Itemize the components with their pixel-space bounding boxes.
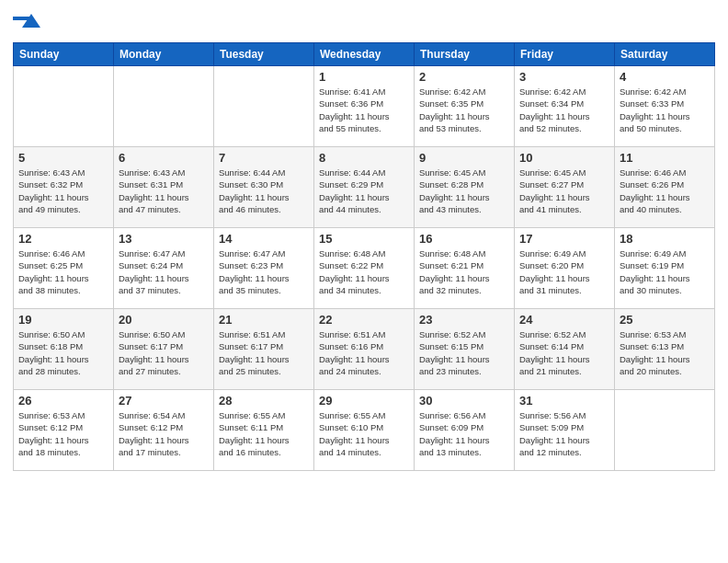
- day-number: 22: [319, 313, 409, 327]
- day-number: 15: [319, 232, 409, 246]
- day-info: Sunrise: 6:50 AM Sunset: 6:17 PM Dayligh…: [119, 328, 209, 377]
- calendar-body: 1Sunrise: 6:41 AM Sunset: 6:36 PM Daylig…: [14, 66, 715, 471]
- calendar-cell: 21Sunrise: 6:51 AM Sunset: 6:17 PM Dayli…: [214, 309, 314, 390]
- day-number: 4: [620, 70, 710, 84]
- day-info: Sunrise: 6:55 AM Sunset: 6:10 PM Dayligh…: [319, 409, 409, 458]
- day-info: Sunrise: 6:43 AM Sunset: 6:32 PM Dayligh…: [18, 167, 108, 215]
- day-info: Sunrise: 6:44 AM Sunset: 6:30 PM Dayligh…: [219, 167, 309, 215]
- calendar-cell: 15Sunrise: 6:48 AM Sunset: 6:22 PM Dayli…: [314, 228, 415, 309]
- day-number: 14: [219, 232, 309, 246]
- day-info: Sunrise: 6:49 AM Sunset: 6:19 PM Dayligh…: [620, 247, 710, 296]
- day-number: 17: [519, 232, 609, 246]
- calendar-week-1: 1Sunrise: 6:41 AM Sunset: 6:36 PM Daylig…: [14, 66, 715, 147]
- day-info: Sunrise: 6:52 AM Sunset: 6:14 PM Dayligh…: [519, 328, 609, 377]
- calendar-cell: [214, 66, 314, 147]
- day-info: Sunrise: 6:55 AM Sunset: 6:11 PM Dayligh…: [219, 409, 309, 458]
- calendar-cell: 8Sunrise: 6:44 AM Sunset: 6:29 PM Daylig…: [314, 147, 415, 228]
- day-number: 28: [219, 394, 309, 408]
- day-info: Sunrise: 6:47 AM Sunset: 6:24 PM Dayligh…: [119, 247, 209, 296]
- day-info: Sunrise: 6:45 AM Sunset: 6:28 PM Dayligh…: [419, 167, 509, 215]
- calendar-cell: 20Sunrise: 6:50 AM Sunset: 6:17 PM Dayli…: [114, 309, 214, 390]
- day-info: Sunrise: 6:51 AM Sunset: 6:17 PM Dayligh…: [219, 328, 309, 377]
- calendar-table: SundayMondayTuesdayWednesdayThursdayFrid…: [13, 42, 715, 471]
- calendar-cell: 4Sunrise: 6:42 AM Sunset: 6:33 PM Daylig…: [615, 66, 715, 147]
- calendar-cell: 27Sunrise: 6:54 AM Sunset: 6:12 PM Dayli…: [114, 390, 214, 471]
- calendar-cell: 28Sunrise: 6:55 AM Sunset: 6:11 PM Dayli…: [214, 390, 314, 471]
- day-number: 24: [519, 313, 609, 327]
- calendar-cell: 2Sunrise: 6:42 AM Sunset: 6:35 PM Daylig…: [415, 66, 515, 147]
- calendar-week-2: 5Sunrise: 6:43 AM Sunset: 6:32 PM Daylig…: [14, 147, 715, 228]
- calendar-cell: 24Sunrise: 6:52 AM Sunset: 6:14 PM Dayli…: [515, 309, 615, 390]
- weekday-header-friday: Friday: [515, 43, 615, 66]
- calendar-cell: 22Sunrise: 6:51 AM Sunset: 6:16 PM Dayli…: [314, 309, 415, 390]
- svg-marker-0: [22, 14, 40, 28]
- day-info: Sunrise: 6:41 AM Sunset: 6:36 PM Dayligh…: [319, 86, 409, 134]
- day-info: Sunrise: 6:52 AM Sunset: 6:15 PM Dayligh…: [419, 328, 509, 377]
- day-info: Sunrise: 6:47 AM Sunset: 6:23 PM Dayligh…: [219, 247, 309, 296]
- calendar-cell: 17Sunrise: 6:49 AM Sunset: 6:20 PM Dayli…: [515, 228, 615, 309]
- weekday-header-monday: Monday: [114, 43, 214, 66]
- calendar-header: SundayMondayTuesdayWednesdayThursdayFrid…: [14, 43, 715, 66]
- weekday-row: SundayMondayTuesdayWednesdayThursdayFrid…: [14, 43, 715, 66]
- day-number: 23: [419, 313, 509, 327]
- calendar-cell: 5Sunrise: 6:43 AM Sunset: 6:32 PM Daylig…: [14, 147, 114, 228]
- day-number: 9: [419, 151, 509, 165]
- day-info: Sunrise: 6:48 AM Sunset: 6:22 PM Dayligh…: [319, 247, 409, 296]
- page-container: SundayMondayTuesdayWednesdayThursdayFrid…: [0, 0, 728, 480]
- weekday-header-tuesday: Tuesday: [214, 43, 314, 66]
- day-info: Sunrise: 6:46 AM Sunset: 6:25 PM Dayligh…: [18, 247, 108, 296]
- day-info: Sunrise: 6:56 AM Sunset: 6:09 PM Dayligh…: [419, 409, 509, 458]
- calendar-cell: 19Sunrise: 6:50 AM Sunset: 6:18 PM Dayli…: [14, 309, 114, 390]
- weekday-header-saturday: Saturday: [615, 43, 715, 66]
- weekday-header-thursday: Thursday: [415, 43, 515, 66]
- calendar-cell: 12Sunrise: 6:46 AM Sunset: 6:25 PM Dayli…: [14, 228, 114, 309]
- day-number: 1: [319, 70, 409, 84]
- day-info: Sunrise: 6:53 AM Sunset: 6:12 PM Dayligh…: [18, 409, 108, 458]
- day-number: 16: [419, 232, 509, 246]
- day-info: Sunrise: 6:43 AM Sunset: 6:31 PM Dayligh…: [119, 167, 209, 215]
- day-info: Sunrise: 5:56 AM Sunset: 5:09 PM Dayligh…: [519, 409, 609, 458]
- day-info: Sunrise: 6:46 AM Sunset: 6:26 PM Dayligh…: [620, 167, 710, 215]
- day-info: Sunrise: 6:42 AM Sunset: 6:34 PM Dayligh…: [519, 86, 609, 134]
- day-number: 19: [18, 313, 108, 327]
- calendar-cell: 1Sunrise: 6:41 AM Sunset: 6:36 PM Daylig…: [314, 66, 415, 147]
- day-info: Sunrise: 6:49 AM Sunset: 6:20 PM Dayligh…: [519, 247, 609, 296]
- page-header: [13, 9, 715, 37]
- day-number: 26: [18, 394, 108, 408]
- logo-icon: [13, 9, 40, 37]
- calendar-cell: [14, 66, 114, 147]
- day-info: Sunrise: 6:50 AM Sunset: 6:18 PM Dayligh…: [18, 328, 108, 377]
- calendar-cell: 30Sunrise: 6:56 AM Sunset: 6:09 PM Dayli…: [415, 390, 515, 471]
- calendar-cell: 14Sunrise: 6:47 AM Sunset: 6:23 PM Dayli…: [214, 228, 314, 309]
- calendar-cell: 31Sunrise: 5:56 AM Sunset: 5:09 PM Dayli…: [515, 390, 615, 471]
- day-number: 12: [18, 232, 108, 246]
- weekday-header-sunday: Sunday: [14, 43, 114, 66]
- svg-rect-1: [13, 17, 29, 20]
- calendar-cell: 7Sunrise: 6:44 AM Sunset: 6:30 PM Daylig…: [214, 147, 314, 228]
- calendar-cell: [114, 66, 214, 147]
- calendar-cell: 13Sunrise: 6:47 AM Sunset: 6:24 PM Dayli…: [114, 228, 214, 309]
- day-number: 18: [620, 232, 710, 246]
- calendar-cell: 18Sunrise: 6:49 AM Sunset: 6:19 PM Dayli…: [615, 228, 715, 309]
- day-number: 20: [119, 313, 209, 327]
- day-number: 25: [620, 313, 710, 327]
- day-number: 2: [419, 70, 509, 84]
- day-info: Sunrise: 6:48 AM Sunset: 6:21 PM Dayligh…: [419, 247, 509, 296]
- day-number: 31: [519, 394, 609, 408]
- calendar-cell: 6Sunrise: 6:43 AM Sunset: 6:31 PM Daylig…: [114, 147, 214, 228]
- calendar-cell: 16Sunrise: 6:48 AM Sunset: 6:21 PM Dayli…: [415, 228, 515, 309]
- calendar-cell: 26Sunrise: 6:53 AM Sunset: 6:12 PM Dayli…: [14, 390, 114, 471]
- calendar-cell: 23Sunrise: 6:52 AM Sunset: 6:15 PM Dayli…: [415, 309, 515, 390]
- day-info: Sunrise: 6:44 AM Sunset: 6:29 PM Dayligh…: [319, 167, 409, 215]
- day-number: 27: [119, 394, 209, 408]
- day-number: 7: [219, 151, 309, 165]
- day-info: Sunrise: 6:42 AM Sunset: 6:35 PM Dayligh…: [419, 86, 509, 134]
- day-number: 11: [620, 151, 710, 165]
- calendar-week-4: 19Sunrise: 6:50 AM Sunset: 6:18 PM Dayli…: [14, 309, 715, 390]
- day-info: Sunrise: 6:45 AM Sunset: 6:27 PM Dayligh…: [519, 167, 609, 215]
- calendar-week-3: 12Sunrise: 6:46 AM Sunset: 6:25 PM Dayli…: [14, 228, 715, 309]
- day-number: 21: [219, 313, 309, 327]
- calendar-cell: 3Sunrise: 6:42 AM Sunset: 6:34 PM Daylig…: [515, 66, 615, 147]
- calendar-cell: 9Sunrise: 6:45 AM Sunset: 6:28 PM Daylig…: [415, 147, 515, 228]
- day-info: Sunrise: 6:51 AM Sunset: 6:16 PM Dayligh…: [319, 328, 409, 377]
